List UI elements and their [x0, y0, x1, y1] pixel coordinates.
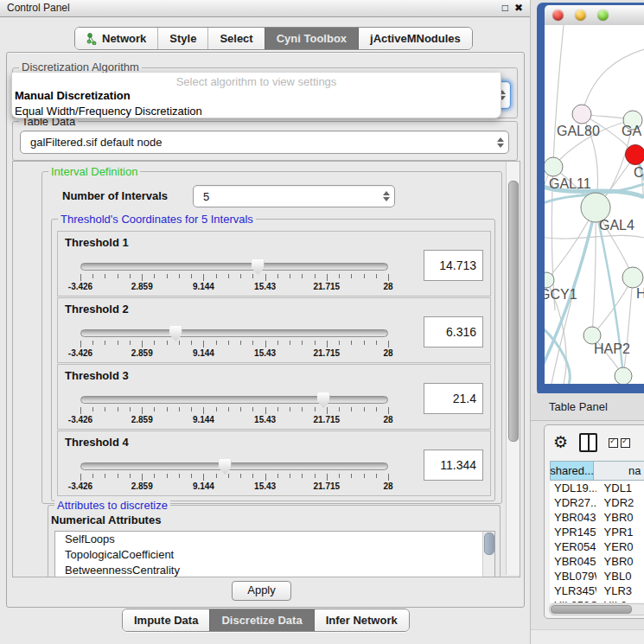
- slider-tick: [228, 341, 229, 345]
- cell-name[interactable]: YBR0: [596, 554, 644, 569]
- cell-shared-name[interactable]: YDR27...: [550, 495, 596, 510]
- threshold-4-slider[interactable]: [80, 462, 388, 470]
- table-row[interactable]: YIL053CYIL0: [550, 598, 644, 603]
- node-bottom[interactable]: [615, 367, 632, 384]
- threshold-4-value-field[interactable]: 11.344: [424, 450, 483, 481]
- table-row[interactable]: YBR045CYBR0: [550, 554, 644, 569]
- status-strip: [531, 629, 644, 644]
- threshold-3-value-field[interactable]: 21.4: [424, 383, 483, 414]
- slider-tick-label: 28: [383, 481, 392, 491]
- slider-tick-label: 9.144: [193, 481, 214, 491]
- slider-tick-label: 2.859: [131, 282, 153, 291]
- network-window-titlebar[interactable]: [545, 5, 644, 26]
- float-window-icon[interactable]: □: [502, 0, 508, 16]
- slider-tick-label: 15.43: [254, 481, 276, 491]
- cell-name[interactable]: YBR0: [596, 510, 644, 525]
- tab-infer-network[interactable]: Infer Network: [314, 609, 409, 631]
- slider-tick: [376, 407, 377, 411]
- cell-name[interactable]: YDR2: [596, 495, 644, 510]
- slider-tick-label: 9.144: [193, 348, 214, 358]
- network-tab-icon: [86, 33, 98, 45]
- slider-tick: [80, 407, 81, 414]
- table-row[interactable]: YBR043CYBR0: [550, 510, 644, 525]
- cell-name[interactable]: YBL0: [596, 569, 644, 583]
- num-intervals-label: Number of Intervals: [62, 189, 168, 202]
- cell-shared-name[interactable]: YBR043C: [550, 510, 596, 525]
- cell-shared-name[interactable]: YLR345W: [550, 583, 596, 598]
- slider-thumb[interactable]: [219, 459, 232, 475]
- tab-network[interactable]: Network: [75, 28, 157, 49]
- cell-name[interactable]: YPR1: [596, 525, 644, 539]
- threshold-3-slider[interactable]: [80, 396, 388, 404]
- slider-tick: [315, 407, 316, 411]
- slider-thumb[interactable]: [252, 259, 265, 275]
- table-row[interactable]: YDL19...YDL1: [550, 481, 644, 495]
- table-row[interactable]: YLR345WYLR3: [550, 583, 644, 598]
- gear-icon[interactable]: ⚙: [553, 433, 568, 452]
- cell-shared-name[interactable]: YPR145W: [550, 525, 596, 539]
- close-traffic-light-icon[interactable]: [552, 10, 564, 21]
- table-row[interactable]: YPR145WYPR1: [550, 525, 644, 539]
- slider-tick: [302, 407, 303, 411]
- attribute-list-item[interactable]: SelfLoops: [55, 532, 494, 547]
- num-intervals-spinner[interactable]: 5: [193, 185, 395, 207]
- attributes-list-scrollbar[interactable]: [482, 532, 494, 577]
- zoom-traffic-light-icon[interactable]: [597, 10, 609, 21]
- node-right[interactable]: [622, 267, 643, 288]
- checkbox-icon[interactable]: [621, 438, 630, 448]
- select-columns-icons[interactable]: [609, 438, 630, 448]
- column-header-name[interactable]: na: [594, 461, 644, 481]
- table-panel-title: Table Panel: [549, 400, 608, 413]
- table-row[interactable]: YBL079WYBL0: [550, 569, 644, 583]
- threshold-1-slider[interactable]: [80, 263, 388, 271]
- minimize-traffic-light-icon[interactable]: [575, 10, 586, 21]
- column-header-shared-name[interactable]: shared...: [550, 461, 594, 481]
- slider-tick: [388, 474, 389, 481]
- threshold-1-value-field[interactable]: 14.713: [424, 250, 483, 281]
- slider-thumb[interactable]: [169, 326, 182, 341]
- cell-shared-name[interactable]: YDL19...: [550, 481, 596, 495]
- tab-jactivemnodules[interactable]: jActiveMNodules: [358, 28, 472, 49]
- node-red-selected[interactable]: [626, 145, 644, 165]
- split-columns-icon[interactable]: [579, 433, 597, 452]
- node-gal80[interactable]: [572, 105, 591, 124]
- tab-discretize-data[interactable]: Discretize Data: [209, 609, 313, 631]
- cell-name[interactable]: YDL1: [596, 481, 644, 495]
- cell-name[interactable]: YLR3: [596, 583, 644, 598]
- table-horizontal-scrollbar[interactable]: [549, 603, 644, 615]
- attribute-list-item[interactable]: BetweennessCentrality: [55, 563, 494, 577]
- cell-name[interactable]: YER0: [596, 539, 644, 554]
- apply-button[interactable]: Apply: [232, 581, 291, 601]
- slider-thumb[interactable]: [317, 392, 330, 408]
- slider-tick: [80, 474, 81, 481]
- cell-shared-name[interactable]: YER054C: [550, 539, 596, 554]
- tab-style[interactable]: Style: [157, 28, 207, 49]
- cell-name[interactable]: YIL0: [596, 598, 644, 603]
- slider-tick: [203, 474, 204, 481]
- dropdown-option-manual[interactable]: Manual Discretization: [12, 88, 501, 104]
- cell-shared-name[interactable]: YBR045C: [550, 554, 596, 569]
- node-table-body: YDL19...YDL1YDR27...YDR2YBR043CYBR0YPR14…: [550, 481, 644, 603]
- table-row[interactable]: YDR27...YDR2: [550, 495, 644, 510]
- threshold-2-value-field[interactable]: 6.316: [424, 316, 483, 348]
- tab-impute-data[interactable]: Impute Data: [123, 609, 209, 631]
- table-data-combobox[interactable]: galFiltered.sif default node: [20, 131, 509, 154]
- tab-cyni-toolbox[interactable]: Cyni Toolbox: [265, 28, 358, 49]
- dropdown-option-equal-width[interactable]: Equal Width/Frequency Discretization: [12, 104, 501, 119]
- cell-shared-name[interactable]: YBL079W: [550, 569, 596, 583]
- close-window-icon[interactable]: ✖: [514, 0, 523, 16]
- threshold-2-slider[interactable]: [80, 329, 388, 337]
- checkbox-icon[interactable]: [609, 438, 618, 448]
- network-canvas[interactable]: GAL80 GA GAL11 GAL4 GCY1 H HAP2 C: [545, 25, 644, 384]
- panel-vertical-scrollbar[interactable]: [506, 162, 520, 575]
- slider-tick: [105, 474, 105, 478]
- slider-tick-label: 15.43: [254, 282, 276, 291]
- cell-shared-name[interactable]: YIL053C: [550, 598, 596, 603]
- attribute-list-item[interactable]: TopologicalCoefficient: [55, 547, 494, 563]
- settings-scroll-panel: Interval Definition Number of Intervals …: [12, 161, 520, 577]
- node-gal11[interactable]: [545, 157, 563, 176]
- table-row[interactable]: YER054CYER0: [550, 539, 644, 554]
- tab-select[interactable]: Select: [207, 28, 264, 49]
- numerical-attributes-list[interactable]: SelfLoopsTopologicalCoefficientBetweenne…: [54, 531, 495, 577]
- slider-tick: [228, 274, 229, 278]
